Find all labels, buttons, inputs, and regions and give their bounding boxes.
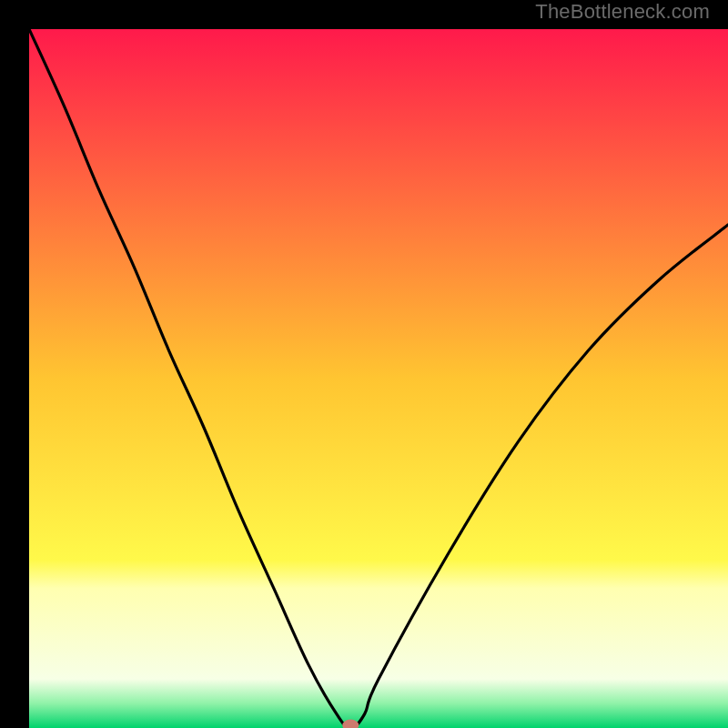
- chart-frame: [15, 15, 713, 713]
- bottleneck-chart: [29, 29, 728, 728]
- watermark-text: TheBottleneck.com: [535, 0, 710, 24]
- gradient-background: [29, 29, 728, 728]
